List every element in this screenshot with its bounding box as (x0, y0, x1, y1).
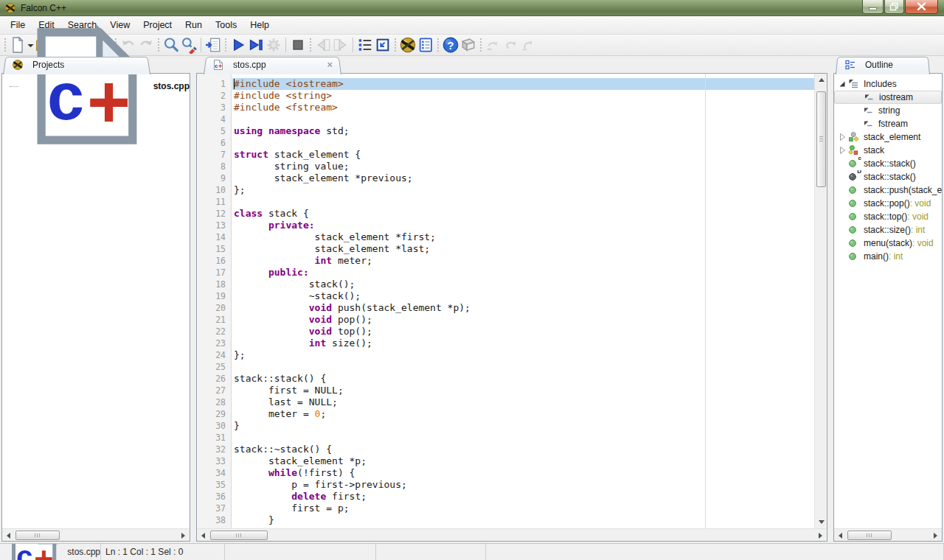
toolbar-grip[interactable] (480, 38, 482, 52)
build-button[interactable] (265, 36, 282, 54)
code-line-15[interactable]: stack_element *last; (232, 243, 814, 255)
code-line-24[interactable]: }; (232, 349, 814, 361)
code-line-19[interactable]: ~stack(); (232, 290, 814, 302)
outline-item-stack-top-[interactable]: stack::top() : void (834, 210, 942, 223)
code-line-11[interactable] (232, 196, 814, 208)
code-line-34[interactable]: while(!first) { (232, 467, 814, 479)
code-line-22[interactable]: void top(); (232, 326, 814, 337)
code-line-20[interactable]: void push(stack_element *p); (232, 302, 814, 314)
outline-item-stack-stack-[interactable]: cstack::stack() (834, 157, 942, 170)
code-line-18[interactable]: stack(); (232, 279, 814, 290)
run-button[interactable] (229, 36, 247, 54)
outline-item-main-[interactable]: main() : int (834, 250, 942, 263)
compile-button[interactable] (399, 36, 417, 54)
goto-line-button[interactable] (204, 36, 222, 54)
titlebar[interactable]: Falcon C++ (0, 0, 944, 16)
maximize-button[interactable] (884, 0, 904, 14)
projects-hscroll-thumb[interactable] (15, 531, 60, 540)
run-to-cursor-button[interactable] (247, 36, 265, 54)
code-line-35[interactable]: p = first->previous; (232, 479, 814, 491)
minimize-button[interactable] (862, 0, 884, 14)
code-line-2[interactable]: #include <string> (232, 90, 814, 102)
toolbar-grip[interactable] (225, 38, 226, 52)
code-line-21[interactable]: void pop(); (232, 314, 814, 326)
outline-hscroll-thumb[interactable] (847, 531, 892, 540)
tags-button[interactable] (459, 36, 477, 54)
code-line-9[interactable]: stack_element *previous; (232, 172, 814, 184)
outline-hscrollbar[interactable] (834, 528, 942, 541)
project-options-button[interactable] (417, 36, 434, 54)
code-line-17[interactable]: public: (232, 267, 814, 279)
editor-hscrollbar[interactable] (197, 528, 827, 541)
code-line-25[interactable] (232, 361, 814, 373)
tab-projects[interactable]: Projects (3, 56, 150, 74)
code-line-37[interactable]: first = p; (232, 503, 814, 514)
toolbar-grip[interactable] (310, 38, 311, 52)
code-line-23[interactable]: int size(); (232, 337, 814, 349)
outline-item-stack-pop-[interactable]: stack::pop() : void (834, 197, 942, 210)
menu-run[interactable]: Run (178, 17, 209, 33)
outline-item-stack-size-[interactable]: stack::size() : int (834, 223, 942, 237)
todo-list-button[interactable] (356, 36, 374, 54)
code-line-16[interactable]: int meter; (232, 255, 814, 267)
code-line-13[interactable]: private: (232, 220, 814, 231)
next-bookmark-button[interactable] (332, 36, 350, 54)
code-line-1[interactable]: #include <iostream> (232, 78, 814, 90)
code-line-36[interactable]: delete first; (232, 491, 814, 503)
replace-button[interactable] (180, 36, 198, 54)
code-editor[interactable]: #include <iostream>#include <string>#inc… (232, 74, 814, 528)
editor-vscroll-thumb[interactable] (816, 91, 826, 187)
outline-item-iostream[interactable]: iostream (834, 91, 942, 104)
code-line-8[interactable]: string value; (232, 161, 814, 172)
code-line-4[interactable] (232, 113, 814, 125)
code-line-14[interactable]: stack_element *first; (232, 231, 814, 243)
expand-arrow-icon[interactable] (837, 145, 847, 155)
toolbar-grip[interactable] (437, 38, 439, 52)
collapse-arrow-icon[interactable] (837, 79, 847, 89)
profile-1-button[interactable] (485, 36, 502, 54)
prev-bookmark-button[interactable] (314, 36, 332, 54)
tab-outline[interactable]: Outline (836, 56, 930, 74)
menu-help[interactable]: Help (243, 17, 276, 33)
project-item-stos.cpp[interactable]: c+stos.cpp (2, 78, 190, 94)
profile-2-button[interactable] (502, 36, 520, 54)
editor-hscroll-thumb[interactable] (210, 531, 268, 540)
code-line-5[interactable]: using namespace std; (232, 125, 814, 137)
help-button[interactable]: ? (442, 36, 459, 54)
outline-item-string[interactable]: string (834, 104, 942, 117)
code-line-31[interactable] (232, 432, 814, 444)
code-line-30[interactable]: } (232, 420, 814, 432)
profile-3-button[interactable] (520, 36, 538, 54)
code-line-29[interactable]: meter = 0; (232, 408, 814, 420)
close-button[interactable] (905, 0, 938, 14)
code-line-3[interactable]: #include <fstream> (232, 102, 814, 113)
menu-tools[interactable]: Tools (209, 17, 243, 33)
outline-item-includes[interactable]: Includes (834, 77, 942, 91)
outline-item-stack-element[interactable]: stack_element (834, 130, 942, 144)
outline-item-stack[interactable]: stack (834, 144, 942, 157)
code-line-26[interactable]: stack::stack() { (232, 373, 814, 385)
outline-item-fstream[interactable]: fstream (834, 117, 942, 130)
outline-item-stack-stack-[interactable]: Dstack::stack() (834, 170, 942, 183)
find-button[interactable] (162, 36, 180, 54)
outline-item-stack-push-stack-e[interactable]: stack::push(stack_e (834, 183, 942, 197)
expand-arrow-icon[interactable] (837, 132, 847, 142)
code-line-38[interactable]: } (232, 514, 814, 526)
swap-header-source-button[interactable] (374, 36, 392, 54)
toolbar-grip[interactable] (4, 38, 6, 52)
toolbar-grip[interactable] (395, 38, 396, 52)
editor-vscrollbar[interactable] (814, 74, 827, 528)
outline-item-menu-stack-[interactable]: menu(stack) : void (834, 237, 942, 250)
code-line-33[interactable]: stack_element *p; (232, 455, 814, 467)
code-line-28[interactable]: last = NULL; (232, 396, 814, 408)
tab-stos-cpp[interactable]: c+ stos.cpp × (204, 56, 341, 74)
code-line-10[interactable]: }; (232, 184, 814, 196)
code-line-12[interactable]: class stack { (232, 208, 814, 220)
code-line-7[interactable]: struct stack_element { (232, 149, 814, 161)
code-line-27[interactable]: first = NULL; (232, 385, 814, 396)
toolbar-grip[interactable] (158, 38, 159, 52)
stop-button[interactable] (289, 36, 307, 54)
projects-hscrollbar[interactable] (2, 528, 190, 541)
code-line-6[interactable] (232, 137, 814, 149)
close-tab-icon[interactable]: × (327, 60, 333, 69)
